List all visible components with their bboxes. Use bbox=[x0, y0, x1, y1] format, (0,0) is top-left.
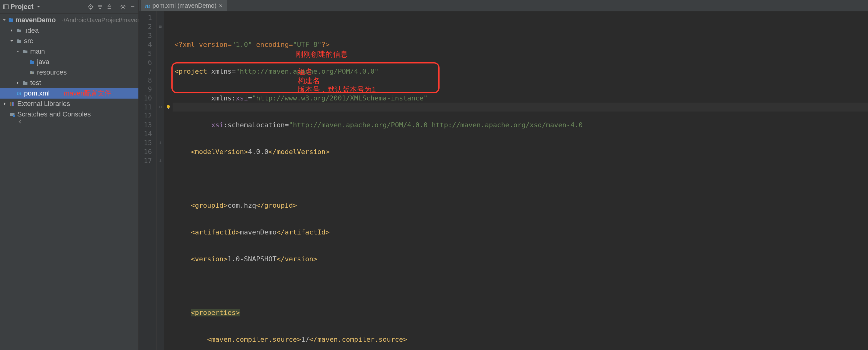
line-number: 5 bbox=[139, 49, 152, 58]
tree-idea[interactable]: .idea bbox=[0, 25, 138, 36]
tree-path: ~/Android/JavaProject/mavenDemo bbox=[60, 17, 138, 24]
tree-label: External Libraries bbox=[17, 100, 70, 108]
project-panel: Project mavenDemo ~/Android/JavaProject/… bbox=[0, 0, 139, 350]
line-number: 16 bbox=[139, 147, 152, 156]
svg-rect-16 bbox=[31, 72, 31, 74]
gear-icon[interactable] bbox=[120, 4, 126, 10]
editor-tab-bar: m pom.xml (mavenDemo) × bbox=[139, 0, 868, 11]
svg-point-12 bbox=[122, 6, 124, 8]
minimize-icon[interactable] bbox=[130, 4, 135, 9]
line-number: 3 bbox=[139, 31, 152, 40]
fold-handle[interactable]: ⊟ bbox=[157, 22, 164, 31]
tree-test[interactable]: test bbox=[0, 77, 138, 88]
back-arrow-icon[interactable] bbox=[0, 120, 138, 128]
svg-rect-1 bbox=[3, 5, 5, 9]
resources-folder-icon bbox=[29, 70, 35, 75]
annotation-top: 刚刚创建的信息 bbox=[296, 50, 348, 59]
svg-rect-21 bbox=[13, 102, 14, 106]
tree-label: main bbox=[30, 47, 45, 56]
tab-label: pom.xml (mavenDemo) bbox=[153, 2, 217, 9]
line-number: 17 bbox=[139, 156, 152, 165]
line-number: 9 bbox=[139, 85, 152, 94]
collapse-all-icon[interactable] bbox=[107, 4, 112, 9]
tree-label: java bbox=[37, 58, 49, 66]
line-number: 7 bbox=[139, 67, 152, 76]
tree-main[interactable]: main bbox=[0, 46, 138, 57]
module-icon bbox=[8, 17, 13, 23]
chevron-down-icon[interactable] bbox=[9, 39, 14, 43]
svg-rect-19 bbox=[10, 102, 11, 106]
tree-label: resources bbox=[37, 68, 67, 76]
annotation-text: maven配置文件 bbox=[64, 89, 111, 98]
svg-point-3 bbox=[90, 6, 91, 7]
maven-file-icon: m bbox=[145, 2, 150, 9]
code-area[interactable]: <?xml version="1.0" encoding="UTF-8"?> <… bbox=[173, 11, 868, 350]
line-number: 12 bbox=[139, 112, 152, 121]
project-tree[interactable]: mavenDemo ~/Android/JavaProject/mavenDem… bbox=[0, 13, 138, 350]
chevron-down-icon[interactable] bbox=[37, 5, 40, 9]
line-number: 11 bbox=[139, 103, 152, 112]
source-folder-icon bbox=[29, 59, 35, 65]
tree-src[interactable]: src bbox=[0, 36, 138, 46]
project-panel-header: Project bbox=[0, 0, 138, 13]
folder-icon bbox=[16, 28, 22, 33]
editor-panel: m pom.xml (mavenDemo) × 1 2 3 4 5 6 7 8 … bbox=[139, 0, 868, 350]
svg-rect-13 bbox=[131, 6, 134, 7]
expand-all-icon[interactable] bbox=[97, 4, 103, 9]
svg-rect-15 bbox=[9, 18, 11, 19]
tree-java[interactable]: java bbox=[0, 57, 138, 67]
tree-label: Scratches and Consoles bbox=[17, 110, 91, 118]
project-view-icon[interactable] bbox=[3, 4, 9, 9]
line-number: 14 bbox=[139, 129, 152, 138]
tree-scratches[interactable]: Scratches and Consoles bbox=[0, 109, 138, 120]
tree-resources[interactable]: resources bbox=[0, 67, 138, 77]
tree-label: pom.xml bbox=[24, 89, 50, 97]
line-number: 6 bbox=[139, 58, 152, 67]
annotation-artifact: 构建名 bbox=[298, 76, 320, 85]
fold-end[interactable]: ⊥ bbox=[157, 156, 164, 165]
line-number: 13 bbox=[139, 121, 152, 129]
svg-rect-25 bbox=[168, 108, 169, 109]
tree-label: mavenDemo bbox=[16, 16, 56, 24]
folder-icon bbox=[22, 80, 28, 86]
maven-file-icon: m bbox=[16, 90, 22, 97]
editor-tab[interactable]: m pom.xml (mavenDemo) × bbox=[141, 0, 227, 11]
intention-column bbox=[164, 11, 173, 350]
fold-column: ⊟ ⊟ ⊥ ⊥ bbox=[157, 11, 164, 350]
svg-point-24 bbox=[167, 105, 170, 108]
svg-rect-20 bbox=[12, 102, 13, 106]
svg-point-23 bbox=[13, 115, 15, 117]
chevron-down-icon[interactable] bbox=[16, 50, 20, 53]
tree-label: test bbox=[30, 79, 41, 87]
line-number: 2 bbox=[139, 22, 152, 31]
line-number: 8 bbox=[139, 76, 152, 85]
annotation-group: 组名 bbox=[298, 67, 313, 76]
fold-handle[interactable]: ⊟ bbox=[157, 103, 164, 112]
libraries-icon bbox=[9, 101, 16, 106]
bulb-icon[interactable] bbox=[164, 103, 173, 112]
chevron-right-icon[interactable] bbox=[2, 102, 7, 106]
svg-rect-14 bbox=[9, 19, 13, 22]
annotation-version: 版本号，默认版本号为1 bbox=[298, 85, 376, 94]
close-icon[interactable]: × bbox=[219, 2, 222, 9]
chevron-right-icon[interactable] bbox=[16, 81, 20, 85]
tree-label: .idea bbox=[24, 27, 39, 34]
tree-root[interactable]: mavenDemo ~/Android/JavaProject/mavenDem… bbox=[0, 15, 138, 25]
folder-icon bbox=[22, 49, 28, 54]
line-number: 10 bbox=[139, 94, 152, 103]
tree-label: src bbox=[24, 37, 33, 45]
gutter: 1 2 3 4 5 6 7 8 9 10 11 12 13 14 15 16 1… bbox=[139, 11, 157, 350]
line-number: 4 bbox=[139, 40, 152, 49]
chevron-right-icon[interactable] bbox=[9, 29, 14, 32]
project-header-title: Project bbox=[10, 3, 34, 11]
tree-ext-libs[interactable]: External Libraries bbox=[0, 99, 138, 109]
locate-icon[interactable] bbox=[88, 4, 94, 10]
scratches-icon bbox=[9, 112, 16, 117]
code-editor[interactable]: 1 2 3 4 5 6 7 8 9 10 11 12 13 14 15 16 1… bbox=[139, 11, 868, 350]
svg-rect-18 bbox=[33, 72, 33, 74]
tree-pom[interactable]: m pom.xml maven配置文件 bbox=[0, 88, 138, 99]
folder-icon bbox=[16, 38, 22, 44]
chevron-down-icon[interactable] bbox=[2, 18, 6, 22]
svg-rect-17 bbox=[32, 72, 32, 74]
fold-end[interactable]: ⊥ bbox=[157, 138, 164, 147]
